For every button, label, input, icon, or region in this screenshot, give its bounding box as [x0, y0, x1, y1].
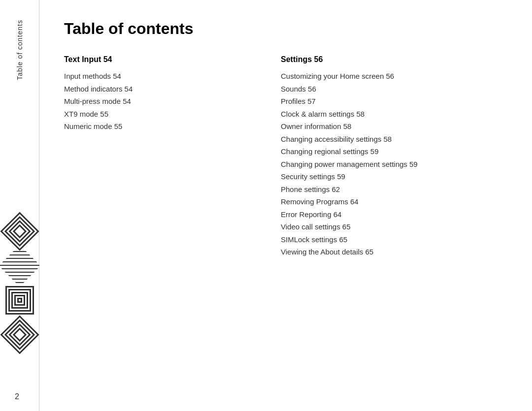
right-toc-item: SIMLock settings 65 [281, 233, 507, 246]
page-title: Table of contents [64, 20, 507, 38]
right-toc-item: Video call settings 65 [281, 221, 507, 233]
diamond-icon [0, 214, 39, 249]
decorative-shapes [0, 214, 44, 352]
right-toc-item: Removing Programs 64 [281, 195, 507, 208]
sidebar-label: Table of contents [16, 20, 24, 80]
right-toc-item: Error Reporting 64 [281, 208, 507, 221]
right-toc-item: Changing power management settings 59 [281, 158, 507, 171]
right-toc-item: Profiles 57 [281, 95, 507, 108]
right-toc-item: Owner information 58 [281, 120, 507, 133]
sidebar: Table of contents [0, 0, 39, 411]
right-toc-item: Sounds 56 [281, 83, 507, 95]
right-section-title: Settings 56 [281, 55, 507, 64]
right-toc-item: Changing regional settings 59 [281, 145, 507, 158]
right-column: Settings 56 Customizing your Home screen… [281, 55, 507, 391]
columns-container: Text Input 54 Input methods 54Method ind… [64, 55, 507, 391]
left-toc-item: Numeric mode 55 [64, 120, 251, 133]
left-column: Text Input 54 Input methods 54Method ind… [64, 55, 251, 391]
squares-icon [0, 283, 39, 317]
square-ring-5 [17, 298, 22, 303]
left-toc-item: XT9 mode 55 [64, 108, 251, 121]
striped-shape-icon [0, 249, 39, 283]
striped-inner [0, 249, 39, 283]
left-toc-item: Multi-press mode 54 [64, 95, 251, 108]
diamond-icon-bottom [0, 317, 39, 352]
right-toc-item: Customizing your Home screen 56 [281, 70, 507, 83]
left-toc-items: Input methods 54Method indicators 54Mult… [64, 70, 251, 133]
main-content: Table of contents Text Input 54 Input me… [39, 0, 532, 411]
left-section-title: Text Input 54 [64, 55, 251, 64]
right-toc-item: Changing accessibility settings 58 [281, 133, 507, 146]
page-number: 2 [15, 392, 19, 401]
right-toc-item: Clock & alarm settings 58 [281, 108, 507, 121]
left-toc-item: Input methods 54 [64, 70, 251, 83]
left-toc-item: Method indicators 54 [64, 83, 251, 95]
right-toc-item: Viewing the About details 65 [281, 246, 507, 258]
right-toc-item: Security settings 59 [281, 170, 507, 183]
right-toc-item: Phone settings 62 [281, 183, 507, 196]
page-container: Table of contents [0, 0, 532, 411]
right-toc-items: Customizing your Home screen 56Sounds 56… [281, 70, 507, 258]
